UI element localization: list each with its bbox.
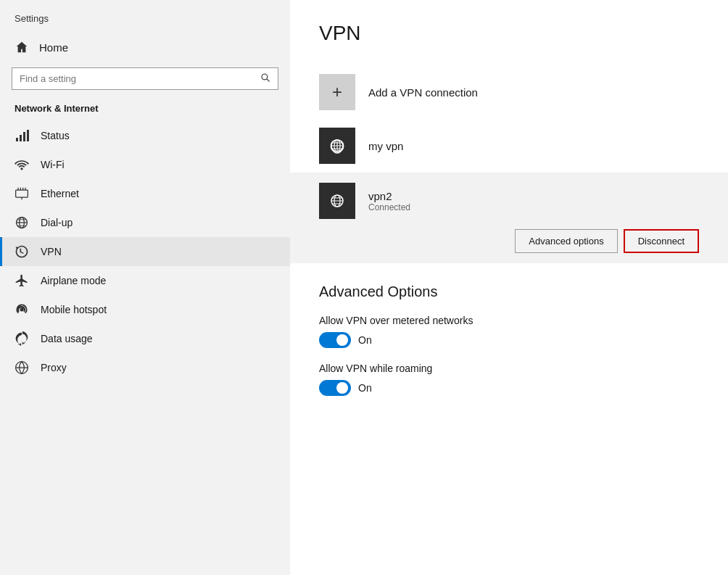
main-content: VPN + Add a VPN connection — [290, 0, 728, 575]
svg-rect-4 — [23, 132, 25, 141]
sidebar-item-dialup-label: Dial-up — [41, 217, 73, 228]
sidebar-item-status[interactable]: Status — [0, 121, 290, 150]
toggle-roaming-state: On — [358, 382, 372, 394]
toggle-roaming-row: On — [319, 380, 699, 396]
svg-rect-2 — [16, 138, 18, 141]
sidebar-item-wifi-label: Wi-Fi — [41, 159, 65, 170]
vpn-actions: Advanced options Disconnect — [319, 229, 699, 253]
sidebar-item-home[interactable]: Home — [0, 31, 290, 63]
hotspot-icon — [15, 302, 29, 317]
add-vpn-row[interactable]: + Add a VPN connection — [319, 65, 699, 119]
toggle-roaming-section: Allow VPN while roaming On — [319, 363, 699, 396]
svg-rect-5 — [27, 130, 29, 141]
vpn-item-vpn2[interactable]: vpn2 Connected — [319, 183, 699, 219]
plus-icon: + — [332, 82, 342, 102]
vpn-vpn2-info: vpn2 Connected — [368, 190, 410, 212]
toggle-roaming-thumb — [336, 382, 348, 394]
home-label: Home — [39, 41, 68, 54]
vpn-myvpn-name: my vpn — [368, 140, 403, 152]
app-title: Settings — [0, 0, 290, 31]
toggle-metered-row: On — [319, 332, 699, 348]
sidebar-item-vpn-label: VPN — [41, 246, 62, 257]
sidebar-item-status-label: Status — [41, 130, 70, 141]
vpn-vpn2-status: Connected — [368, 202, 410, 212]
search-box[interactable] — [12, 67, 278, 90]
toggle-metered-section: Allow VPN over metered networks On — [319, 315, 699, 348]
page-title: VPN — [319, 22, 699, 45]
svg-line-1 — [267, 79, 270, 82]
sidebar-item-proxy-label: Proxy — [41, 362, 67, 373]
sidebar-item-hotspot-label: Mobile hotspot — [41, 304, 107, 315]
vpn-vpn2-icon — [319, 183, 355, 219]
home-icon — [15, 40, 29, 54]
vpn-list: + Add a VPN connection my vpn — [319, 65, 699, 263]
vpn-item-myvpn[interactable]: my vpn — [319, 119, 699, 173]
svg-rect-3 — [20, 135, 22, 141]
ethernet-icon — [15, 186, 29, 201]
status-icon — [15, 128, 29, 143]
toggle-metered-state: On — [358, 334, 372, 346]
toggle-metered-switch[interactable] — [319, 332, 351, 348]
toggle-roaming-switch[interactable] — [319, 380, 351, 396]
sidebar-item-hotspot[interactable]: Mobile hotspot — [0, 295, 290, 324]
vpn-myvpn-icon — [319, 128, 355, 164]
datausage-icon — [15, 331, 29, 346]
sidebar-item-wifi[interactable]: Wi-Fi — [0, 150, 290, 179]
sidebar-item-airplane-label: Airplane mode — [41, 275, 106, 286]
sidebar-item-datausage-label: Data usage — [41, 333, 93, 344]
toggle-roaming-label: Allow VPN while roaming — [319, 363, 699, 374]
sidebar-item-airplane[interactable]: Airplane mode — [0, 266, 290, 295]
sidebar-item-dialup[interactable]: Dial-up — [0, 208, 290, 237]
search-input[interactable] — [20, 73, 255, 84]
proxy-icon — [15, 360, 29, 375]
vpn-selected-block: vpn2 Connected Advanced options Disconne… — [290, 173, 728, 263]
disconnect-button[interactable]: Disconnect — [624, 229, 699, 253]
sidebar-item-datausage[interactable]: Data usage — [0, 324, 290, 353]
toggle-metered-label: Allow VPN over metered networks — [319, 315, 699, 326]
advanced-options-button[interactable]: Advanced options — [515, 229, 617, 253]
add-vpn-label: Add a VPN connection — [368, 86, 478, 99]
section-header: Network & Internet — [0, 99, 290, 121]
dialup-icon — [15, 215, 29, 230]
svg-point-0 — [262, 74, 268, 80]
sidebar-item-vpn[interactable]: VPN — [0, 237, 290, 266]
search-icon — [260, 73, 270, 85]
add-vpn-icon: + — [319, 74, 355, 110]
airplane-icon — [15, 273, 29, 288]
sidebar-item-proxy[interactable]: Proxy — [0, 353, 290, 382]
advanced-options-title: Advanced Options — [319, 284, 699, 300]
wifi-icon — [15, 157, 29, 172]
svg-rect-6 — [16, 190, 28, 197]
sidebar-item-ethernet[interactable]: Ethernet — [0, 179, 290, 208]
sidebar-item-ethernet-label: Ethernet — [41, 188, 79, 199]
toggle-metered-thumb — [336, 334, 348, 346]
vpn-icon — [15, 244, 29, 259]
sidebar: Settings Home Network & Internet — [0, 0, 290, 575]
vpn-vpn2-name: vpn2 — [368, 190, 410, 202]
vpn-myvpn-info: my vpn — [368, 140, 403, 152]
